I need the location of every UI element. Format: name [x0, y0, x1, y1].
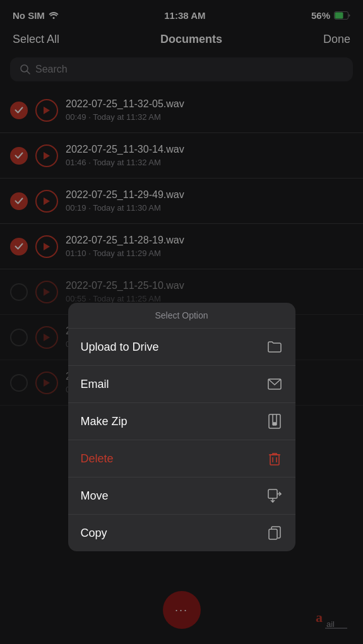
context-menu-item-label: Upload to Drive: [81, 341, 159, 354]
folder-icon-container: [266, 339, 283, 355]
context-menu-item-label: Copy: [81, 527, 107, 540]
copy-icon-container: [266, 525, 283, 541]
zip-icon: [268, 414, 281, 429]
context-menu-item[interactable]: Email: [68, 366, 295, 403]
svg-rect-16: [273, 423, 277, 425]
context-menu-item-label: Delete: [81, 452, 114, 465]
trash-icon: [268, 452, 281, 465]
svg-rect-20: [268, 489, 277, 498]
context-menu-item[interactable]: Delete: [68, 440, 295, 477]
context-menu-item[interactable]: Move: [68, 477, 295, 515]
context-menu-item-label: Make Zip: [81, 415, 128, 428]
trash-icon-container: [266, 450, 283, 467]
svg-rect-13: [269, 414, 280, 428]
context-menu-item[interactable]: Copy: [68, 515, 295, 551]
context-menu-item[interactable]: Make Zip: [68, 403, 295, 440]
svg-rect-21: [269, 529, 277, 539]
envelope-icon-container: [266, 376, 283, 392]
svg-rect-17: [270, 455, 279, 465]
folder-icon: [268, 341, 282, 353]
copy-icon: [268, 526, 281, 540]
context-menu-item-label: Move: [81, 489, 109, 503]
move-icon-container: [266, 488, 283, 504]
context-menu-item-label: Email: [81, 378, 109, 391]
email-icon: [268, 378, 282, 390]
context-menu-item[interactable]: Upload to Drive: [68, 329, 295, 366]
context-menu-header: Select Option: [68, 303, 295, 329]
move-icon: [268, 489, 282, 503]
context-menu: Select Option Upload to DriveEmailMake Z…: [68, 303, 295, 551]
zip-icon-container: [266, 413, 283, 430]
